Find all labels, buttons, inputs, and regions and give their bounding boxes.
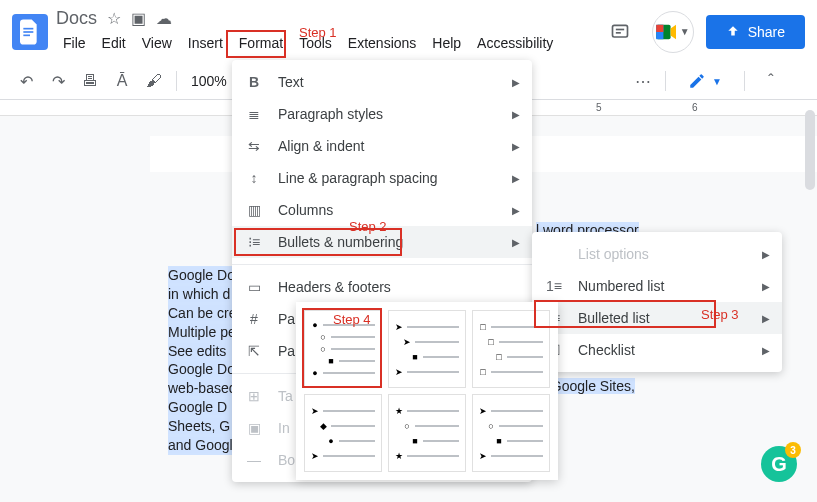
menu-extensions[interactable]: Extensions <box>341 31 423 55</box>
svg-rect-0 <box>23 27 33 29</box>
star-icon[interactable]: ☆ <box>107 9 121 28</box>
menu-view[interactable]: View <box>135 31 179 55</box>
format-headers-footers[interactable]: ▭Headers & footers <box>232 271 532 303</box>
bullet-style-3[interactable]: □ □ □ □ <box>472 310 550 388</box>
svg-rect-2 <box>23 34 30 36</box>
submenu-list-options: List options▶ <box>532 238 782 270</box>
document-text[interactable]: Google Do in which d Can be cre Multiple… <box>168 266 237 455</box>
menu-format[interactable]: Format <box>232 31 290 55</box>
menu-help[interactable]: Help <box>425 31 468 55</box>
paint-format-button[interactable]: 🖌 <box>140 67 168 95</box>
bullet-style-5[interactable]: ★ ○ ■ ★ <box>388 394 466 472</box>
undo-button[interactable]: ↶ <box>12 67 40 95</box>
bullets-numbering-submenu: List options▶ 1≡Numbered list▶ ⁝≡Bullete… <box>532 232 782 372</box>
menu-insert[interactable]: Insert <box>181 31 230 55</box>
collapse-button[interactable]: ˆ <box>757 67 785 95</box>
format-line-spacing[interactable]: ↕Line & paragraph spacing▶ <box>232 162 532 194</box>
meet-button[interactable]: ▼ <box>652 11 694 53</box>
bullet-style-grid: ● ○ ○ ■ ● ➤ ➤ ■ ➤ □ □ □ □ ➤ ◆ ● ➤ ★ ○ ■ … <box>296 302 558 480</box>
zoom-select[interactable]: 100% <box>185 73 233 89</box>
menu-file[interactable]: File <box>56 31 93 55</box>
more-tools[interactable]: ⋯ <box>635 72 653 91</box>
redo-button[interactable]: ↷ <box>44 67 72 95</box>
share-button[interactable]: Share <box>706 15 805 49</box>
svg-rect-1 <box>23 31 33 33</box>
cloud-icon[interactable]: ☁ <box>156 9 172 28</box>
submenu-checklist[interactable]: ☑Checklist▶ <box>532 334 782 366</box>
doc-title[interactable]: Docs <box>56 8 97 29</box>
spellcheck-button[interactable]: Ā <box>108 67 136 95</box>
format-text[interactable]: BText▶ <box>232 66 532 98</box>
bullet-style-2[interactable]: ➤ ➤ ■ ➤ <box>388 310 466 388</box>
edit-mode-button[interactable]: ▼ <box>678 68 732 94</box>
submenu-bulleted-list[interactable]: ⁝≡Bulleted list▶ <box>532 302 782 334</box>
bullet-style-6[interactable]: ➤ ○ ■ ➤ <box>472 394 550 472</box>
annotation-step-4: Step 4 <box>333 312 371 327</box>
bullet-style-4[interactable]: ➤ ◆ ● ➤ <box>304 394 382 472</box>
annotation-step-2: Step 2 <box>349 219 387 234</box>
svg-rect-8 <box>656 24 663 31</box>
comment-history-icon[interactable] <box>600 12 640 52</box>
grammarly-widget[interactable]: G 3 <box>761 446 797 482</box>
move-icon[interactable]: ▣ <box>131 9 146 28</box>
format-paragraph-styles[interactable]: ≣Paragraph styles▶ <box>232 98 532 130</box>
menu-edit[interactable]: Edit <box>95 31 133 55</box>
grammarly-badge: 3 <box>785 442 801 458</box>
annotation-step-1: Step 1 <box>299 25 337 40</box>
scrollbar-vertical[interactable] <box>805 110 815 190</box>
annotation-step-3: Step 3 <box>701 307 739 322</box>
print-button[interactable]: 🖶 <box>76 67 104 95</box>
submenu-numbered-list[interactable]: 1≡Numbered list▶ <box>532 270 782 302</box>
menu-accessibility[interactable]: Accessibility <box>470 31 560 55</box>
svg-rect-3 <box>612 25 627 37</box>
docs-logo[interactable] <box>12 14 48 50</box>
format-align-indent[interactable]: ⇆Align & indent▶ <box>232 130 532 162</box>
